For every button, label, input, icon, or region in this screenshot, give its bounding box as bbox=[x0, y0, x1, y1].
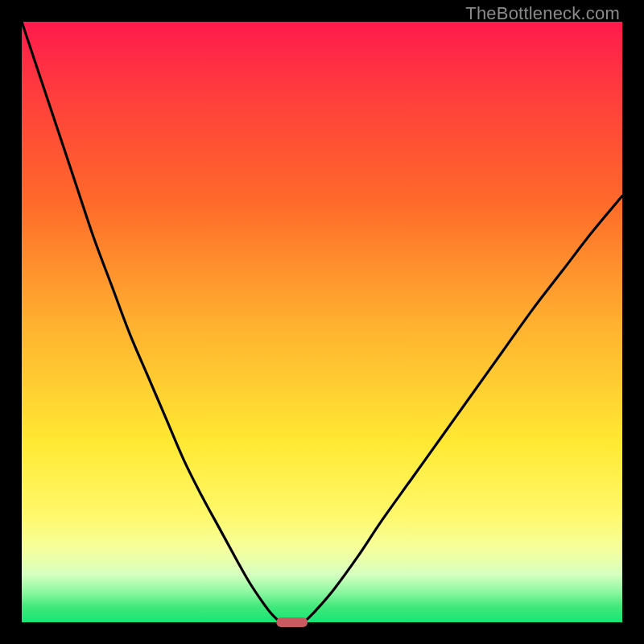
right-curve bbox=[304, 196, 622, 622]
curve-svg bbox=[22, 22, 622, 622]
plot-area bbox=[22, 22, 622, 622]
bottleneck-marker bbox=[276, 617, 308, 627]
left-curve bbox=[22, 22, 280, 622]
chart-frame: TheBottleneck.com bbox=[0, 0, 644, 644]
